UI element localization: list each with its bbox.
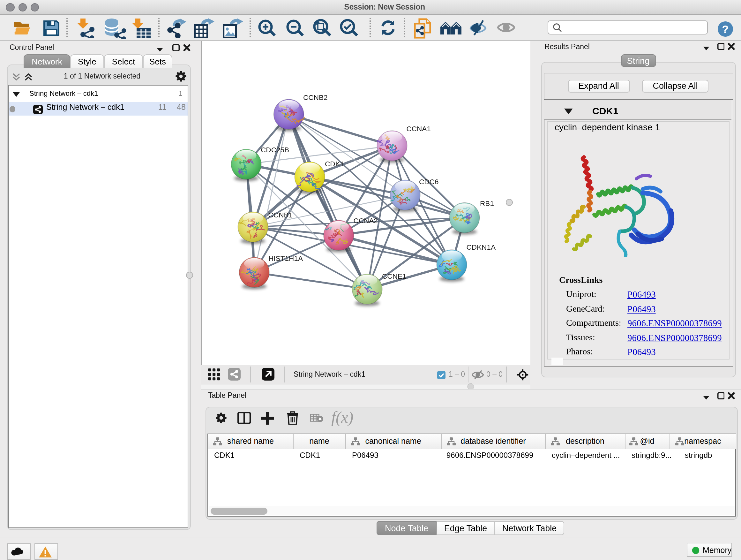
svg-text:CDK1: CDK1 (325, 160, 344, 168)
svg-text:CDKN1A: CDKN1A (466, 243, 496, 251)
svg-text:CCNB2: CCNB2 (303, 93, 328, 101)
svg-text:CCNA1: CCNA1 (406, 125, 431, 132)
svg-text:CDC6: CDC6 (419, 178, 439, 186)
svg-text:CDC25B: CDC25B (261, 145, 289, 153)
svg-text:CCNA2: CCNA2 (354, 216, 378, 225)
svg-text:CCNE1: CCNE1 (382, 272, 407, 280)
svg-text:CCNB1: CCNB1 (268, 211, 293, 219)
svg-text:?: ? (722, 23, 729, 35)
svg-text:RB1: RB1 (480, 199, 494, 207)
svg-text:HIST1H1A: HIST1H1A (268, 254, 303, 262)
